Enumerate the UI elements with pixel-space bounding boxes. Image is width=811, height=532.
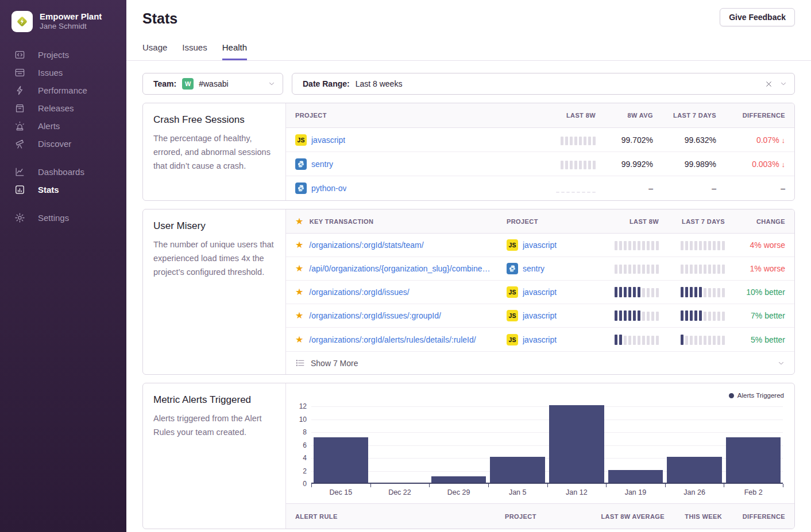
team-selector[interactable]: Team: W #wasabi [142, 73, 283, 95]
sidebar-item-stats[interactable]: Stats [0, 181, 126, 199]
alert-rules-table-header: Alert Rule Project Last 8w Average This … [286, 503, 794, 529]
platform-python-icon: JS [295, 158, 307, 170]
column-header: Alert Rule [295, 513, 505, 520]
column-header: 8w Avg [627, 112, 653, 119]
alerts-bar[interactable] [726, 437, 781, 483]
legend-dot-icon [729, 393, 734, 398]
key-transaction-star-icon[interactable]: ★ [295, 264, 303, 273]
transaction-link[interactable]: /api/0/organizations/{organization_slug}… [309, 264, 490, 273]
tab-usage[interactable]: Usage [142, 42, 167, 60]
filter-bar: Team: W #wasabi Date Range: Last 8 weeks [142, 73, 795, 95]
sidebar-item-label: Settings [38, 213, 69, 223]
transaction-link[interactable]: /organizations/:orgId/alerts/rules/detai… [309, 335, 476, 344]
clear-icon[interactable] [765, 80, 773, 88]
x-axis-tick-label: Jan 12 [547, 488, 607, 496]
project-link[interactable]: javascript [311, 135, 345, 145]
last-7-days-value: – [712, 184, 716, 193]
org-info: Empower Plant Jane Schmidt [40, 11, 102, 32]
avg-8w-value: 99.702% [621, 135, 653, 145]
platform-javascript-icon: JS [295, 134, 307, 146]
project-link[interactable]: sentry [523, 264, 544, 273]
alerts-bar[interactable] [314, 437, 368, 483]
sidebar-item-dashboards[interactable]: Dashboards [0, 163, 126, 181]
date-range-selector[interactable]: Date Range: Last 8 weeks [292, 73, 795, 95]
column-header: Change [756, 218, 785, 225]
column-header: Project [295, 112, 532, 119]
avg-8w-value: 99.992% [621, 160, 653, 169]
platform-javascript-icon: JS [507, 334, 518, 345]
sidebar-item-label: Alerts [38, 121, 60, 131]
show-more-label: Show 7 More [311, 359, 358, 368]
org-switcher[interactable]: Empower Plant Jane Schmidt [0, 0, 126, 32]
platform-javascript-icon: JS [507, 286, 518, 298]
line-chart-icon [14, 166, 25, 177]
chevron-down-icon [268, 80, 276, 88]
sparkline-last-8w [561, 159, 596, 169]
x-axis-tick-label: Dec 29 [429, 488, 488, 496]
chart-legend[interactable]: Alerts Triggered [296, 390, 784, 401]
show-more-button[interactable]: Show 7 More [286, 351, 794, 374]
tab-health[interactable]: Health [222, 42, 247, 60]
panel-title: Crash Free Sessions [153, 114, 275, 126]
sidebar-item-issues[interactable]: Issues [0, 64, 126, 81]
arrow-down-icon: ↓ [782, 160, 786, 169]
arrow-down-icon: ↓ [782, 136, 786, 145]
date-range-value: Last 8 weeks [356, 79, 403, 88]
transaction-link[interactable]: /organizations/:orgId/issues/:groupId/ [309, 311, 441, 320]
alerts-bar[interactable] [431, 476, 486, 483]
user-misery-description: User Misery The number of unique users t… [143, 209, 286, 374]
key-transaction-star-icon[interactable]: ★ [295, 240, 303, 250]
sidebar-item-discover[interactable]: Discover [0, 135, 126, 153]
team-label: Team: [153, 79, 176, 88]
chevron-down-icon[interactable] [779, 80, 787, 88]
sidebar-item-settings[interactable]: Settings [0, 209, 126, 227]
x-axis-tick-label: Jan 26 [665, 488, 724, 496]
page-header: Stats Give Feedback Usage Issues Health [126, 0, 811, 61]
give-feedback-button[interactable]: Give Feedback [720, 8, 795, 26]
project-link[interactable]: javascript [523, 335, 557, 344]
chevron-down-icon [777, 359, 785, 367]
project-link[interactable]: sentry [311, 160, 333, 169]
project-link[interactable]: python-ov [311, 184, 346, 193]
panel-subtitle: Alerts triggered from the Alert Rules yo… [153, 411, 275, 439]
difference-value: 0.07% ↓ [756, 135, 785, 145]
change-value: 4% worse [750, 240, 785, 250]
avg-8w-value: – [648, 184, 653, 193]
key-transaction-star-icon[interactable]: ★ [295, 288, 303, 297]
sidebar-item-alerts[interactable]: Alerts [0, 117, 126, 135]
metric-alerts-description: Metric Alerts Triggered Alerts triggered… [143, 383, 286, 529]
table-row: ★/api/0/organizations/{organization_slug… [286, 257, 794, 281]
project-link[interactable]: javascript [523, 311, 557, 320]
change-value: 5% better [751, 335, 785, 344]
sidebar-item-projects[interactable]: Projects [0, 46, 126, 64]
lightning-icon [14, 85, 25, 96]
crash-free-table-header: Project Last 8w 8w Avg Last 7 Days Diffe… [286, 103, 794, 128]
sidebar-item-releases[interactable]: Releases [0, 99, 126, 117]
sidebar-item-performance[interactable]: Performance [0, 81, 126, 99]
key-transaction-star-icon[interactable]: ★ [295, 335, 303, 344]
alerts-bar[interactable] [667, 457, 721, 483]
sidebar-item-label: Issues [38, 68, 63, 77]
panel-subtitle: The number of unique users that experien… [153, 238, 275, 279]
project-link[interactable]: javascript [523, 240, 557, 250]
sparkline-last-7-days [681, 287, 725, 297]
sidebar-item-label: Projects [38, 50, 69, 60]
alerts-bar[interactable] [608, 470, 663, 483]
platform-python-icon: JS [295, 182, 307, 194]
column-header: Key Transaction [310, 218, 374, 225]
key-transaction-star-icon[interactable]: ★ [295, 311, 303, 320]
bar-chart-icon [14, 184, 25, 195]
sidebar: Empower Plant Jane Schmidt Projects Issu… [0, 0, 126, 532]
tab-issues[interactable]: Issues [182, 42, 207, 60]
alerts-bar[interactable] [490, 457, 544, 483]
column-header: Last 8w Average [564, 513, 665, 520]
panel-title: User Misery [153, 220, 275, 232]
alerts-chart-plot: 024681012 [311, 406, 783, 484]
transaction-link[interactable]: /organizations/:orgId/stats/team/ [309, 240, 423, 250]
column-header: This Week [665, 513, 722, 520]
page-title: Stats [142, 10, 795, 27]
alerts-bar[interactable] [549, 405, 604, 483]
panel-title: Metric Alerts Triggered [153, 394, 275, 406]
project-link[interactable]: javascript [523, 288, 557, 297]
transaction-link[interactable]: /organizations/:orgId/issues/ [309, 288, 409, 297]
